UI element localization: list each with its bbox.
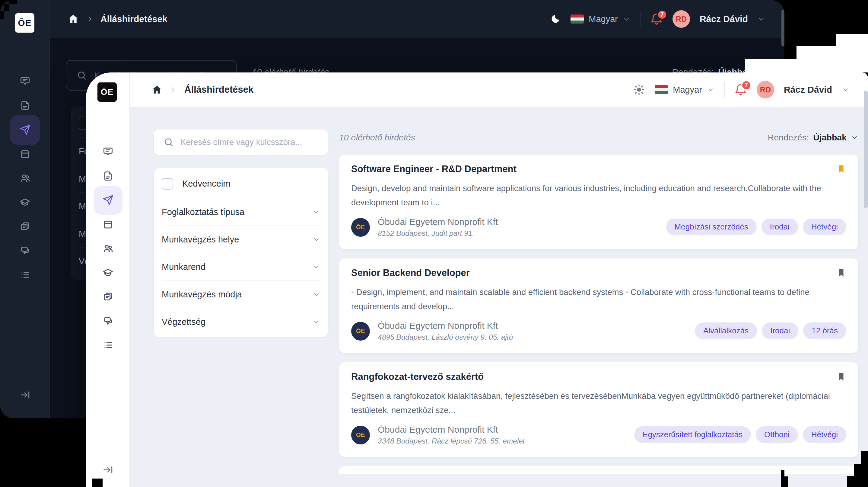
hungarian-flag-icon <box>570 15 584 24</box>
tag-badge: Alvállalkozás <box>695 322 757 339</box>
search-icon <box>163 137 174 147</box>
sidebar-nav <box>86 146 130 350</box>
sidebar-item-users[interactable] <box>102 243 114 254</box>
app-logo: ŌE <box>15 13 34 33</box>
avatar[interactable]: RD <box>673 10 690 28</box>
app-logo-text: ŌE <box>18 18 31 28</box>
tag-badge: Hétvégi <box>803 426 846 443</box>
sidebar-item-list[interactable] <box>102 340 114 350</box>
sidebar-item-calendar[interactable] <box>20 148 30 160</box>
content-light: Kedvenceim Foglalkoztatás típusa Munkavé… <box>130 107 868 487</box>
topbar-actions: Magyar 7 RD Rácz Dávid <box>633 81 849 98</box>
company-logo: ŌE <box>351 322 370 341</box>
company-address: 4895 Budapest, László ösvény 9. 05. ajtó <box>378 333 513 342</box>
filter-schedule[interactable]: Munkarend <box>162 253 320 281</box>
company-logo: ŌE <box>351 426 370 445</box>
job-card[interactable]: Software Engineer - R&D Department Desig… <box>339 154 858 249</box>
favorites-checkbox[interactable] <box>162 178 173 190</box>
foreground-app-window: ŌE Álláshirdetések Magyar <box>86 73 868 487</box>
sidebar-light: ŌE <box>86 73 130 487</box>
avatar[interactable]: RD <box>757 81 774 98</box>
sidebar-item-job-ads[interactable] <box>102 195 114 206</box>
scrollbar-thumb-light[interactable] <box>864 91 868 208</box>
notifications-button[interactable]: 7 <box>650 13 663 25</box>
job-description: Design, develop and maintain software ap… <box>351 181 846 209</box>
filter-label: Munkarend <box>162 262 206 272</box>
sidebar-dark: ŌE <box>0 0 50 418</box>
pixel-edge <box>4 4 9 11</box>
sidebar-nav <box>0 76 50 280</box>
document-icon <box>20 100 30 111</box>
tag-badge: 12 órás <box>803 322 846 339</box>
chevron-down-icon <box>313 236 320 244</box>
sidebar-item-users[interactable] <box>20 173 30 183</box>
language-label: Magyar <box>589 14 618 24</box>
users-icon <box>20 173 30 183</box>
search-box <box>154 130 328 155</box>
listing-count: 10 elérhető hirdetés <box>339 133 415 143</box>
sidebar-item-education[interactable] <box>20 197 30 208</box>
pixel-edge <box>854 464 861 487</box>
sidebar-item-job-ads[interactable] <box>20 124 30 135</box>
sidebar-item-documents[interactable] <box>102 171 114 181</box>
logout-icon <box>102 464 114 476</box>
sidebar-item-list[interactable] <box>20 269 30 280</box>
hungarian-flag-icon <box>655 85 668 94</box>
chevron-down-icon <box>623 16 630 23</box>
sidebar-item-records[interactable] <box>102 291 114 302</box>
scrollbar-thumb-dark[interactable] <box>781 10 784 47</box>
pixel-edge <box>781 470 784 487</box>
tag-badge: Hétvégi <box>803 219 846 235</box>
logout-button[interactable] <box>102 464 114 476</box>
theme-toggle-button[interactable] <box>550 13 561 25</box>
tag-badge: Megbízási szerződés <box>666 219 757 235</box>
filter-work-mode[interactable]: Munkavégzés módja <box>162 281 320 308</box>
breadcrumb: Álláshirdetések <box>100 14 167 24</box>
language-selector[interactable]: Magyar <box>570 14 630 24</box>
job-card[interactable]: Rangfokozat-tervező szakértő Segítsen a … <box>339 362 858 457</box>
language-selector[interactable]: Magyar <box>655 85 714 95</box>
home-breadcrumb-button[interactable] <box>68 13 79 25</box>
pixel-edge <box>92 479 102 487</box>
company-info: ŌE Óbudai Egyetem Nonprofit Kft 8152 Bud… <box>351 217 498 238</box>
logout-button[interactable] <box>19 389 31 401</box>
notification-badge: 7 <box>741 80 752 91</box>
chevron-down-icon <box>313 208 320 216</box>
user-menu[interactable]: Rácz Dávid <box>700 14 748 24</box>
chevron-down-icon <box>313 263 320 271</box>
users-icon <box>102 243 114 254</box>
filter-work-location[interactable]: Munkavégzés helye <box>162 226 320 253</box>
sidebar-item-chat[interactable] <box>102 316 114 326</box>
company-name: Óbudai Egyetem Nonprofit Kft <box>378 321 513 331</box>
list-icon <box>102 340 114 350</box>
filter-employment-type[interactable]: Foglalkoztatás típusa <box>162 198 320 226</box>
filter-label: Foglalkoztatás típusa <box>162 207 244 217</box>
job-card[interactable]: Senior Backend Developer - Design, imple… <box>339 258 858 353</box>
message-icon <box>102 146 114 157</box>
bookmark-button[interactable] <box>837 163 846 175</box>
bookmark-button[interactable] <box>837 267 846 279</box>
theme-toggle-button[interactable] <box>633 84 645 96</box>
sun-icon <box>633 84 645 96</box>
chevron-down-icon <box>707 86 714 94</box>
sidebar-item-messages[interactable] <box>20 76 30 87</box>
filter-label: Munkavégzés módja <box>162 290 242 299</box>
search-input[interactable] <box>180 137 313 147</box>
sidebar-item-education[interactable] <box>102 267 114 278</box>
search-icon <box>76 70 87 81</box>
home-breadcrumb-button[interactable] <box>152 85 162 95</box>
sidebar-item-records[interactable] <box>20 221 30 232</box>
pixel-edge <box>847 476 854 487</box>
sidebar-item-calendar[interactable] <box>102 219 114 230</box>
sidebar-item-documents[interactable] <box>20 100 30 111</box>
topbar-dark: Álláshirdetések Magyar 7 RD Rácz Dávid <box>50 0 784 38</box>
sort-dropdown[interactable]: Rendezés: Újabbak <box>768 133 858 143</box>
job-description: - Design, implement, and maintain scalab… <box>351 285 846 313</box>
sidebar-item-messages[interactable] <box>102 146 114 157</box>
bookmark-button[interactable] <box>837 371 846 383</box>
sidebar-item-chat[interactable] <box>20 245 30 256</box>
notifications-button[interactable]: 7 <box>734 83 747 96</box>
user-menu[interactable]: Rácz Dávid <box>784 85 832 95</box>
tag-badge: Otthoni <box>756 426 798 443</box>
filter-education[interactable]: Végzettség <box>162 308 320 336</box>
